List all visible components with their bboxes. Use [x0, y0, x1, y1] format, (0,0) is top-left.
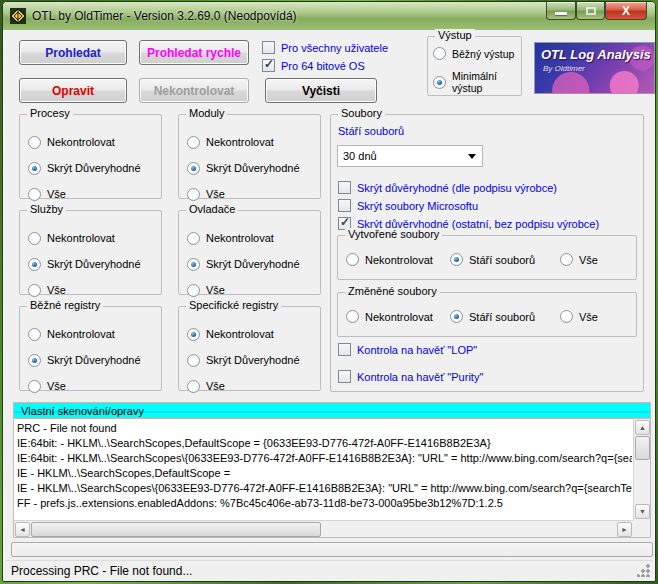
none-button: Nekontrolovat: [139, 78, 249, 103]
sluzby-radio-nekontrolovat[interactable]: [28, 232, 41, 245]
moduly-radio-vse[interactable]: [187, 188, 200, 201]
bezne-registry-option-skryt[interactable]: Skrýt Důveryhodné: [28, 347, 161, 373]
procesy-option-skryt[interactable]: Skrýt Důveryhodné: [28, 155, 161, 181]
close-button[interactable]: X: [605, 2, 647, 20]
specificke-registry-option-nekontrolovat[interactable]: Nekontrolovat: [187, 321, 320, 347]
created-files-radio-stari[interactable]: [450, 253, 463, 266]
group-ovladace-title: Ovladače: [186, 203, 238, 215]
maximize-button[interactable]: [576, 2, 605, 20]
lop-checkbox[interactable]: Kontrola na havěť "LOP": [338, 343, 477, 356]
sluzby-radio-skryt[interactable]: [28, 258, 41, 271]
created-files-option-nekontrolovat[interactable]: Nekontrolovat: [346, 253, 450, 266]
moduly-radio-nekontrolovat[interactable]: [187, 136, 200, 149]
minimize-button[interactable]: [546, 2, 576, 20]
created-files-option-stari[interactable]: Stáří souborů: [450, 253, 560, 266]
bezne-registry-radio-nekontrolovat[interactable]: [28, 328, 41, 341]
group-procesy: Procesy Nekontrolovat Skrýt Důveryhodné …: [19, 114, 162, 199]
group-specificke-registry-title: Specifické registry: [186, 299, 281, 311]
scrollbar-corner: [633, 520, 650, 537]
ovladace-label-vse: Vše: [206, 284, 225, 296]
scroll-down-icon[interactable]: ▼: [635, 504, 650, 519]
file-age-dropdown[interactable]: 30 dnů: [337, 145, 483, 167]
modified-files-option-nekontrolovat[interactable]: Nekontrolovat: [346, 310, 450, 323]
hide-microsoft-files-label: Skrýt soubory Microsoftu: [357, 200, 478, 212]
created-files-option-vse[interactable]: Vše: [560, 253, 598, 266]
ovladace-label-nekontrolovat: Nekontrolovat: [206, 232, 274, 244]
moduly-option-skryt[interactable]: Skrýt Důveryhodné: [187, 155, 320, 181]
sluzby-radio-vse[interactable]: [28, 284, 41, 297]
scroll-right-icon[interactable]: ►: [617, 522, 632, 537]
procesy-radio-vse[interactable]: [28, 188, 41, 201]
bezne-registry-label-nekontrolovat: Nekontrolovat: [47, 328, 115, 340]
lop-checkbox-box[interactable]: [338, 343, 351, 356]
os64-checkbox[interactable]: Pro 64 bitové OS: [262, 59, 365, 72]
created-files-radio-vse[interactable]: [560, 253, 573, 266]
procesy-radio-nekontrolovat[interactable]: [28, 136, 41, 149]
procesy-option-nekontrolovat[interactable]: Nekontrolovat: [28, 129, 161, 155]
clean-button[interactable]: Vyčisti: [265, 78, 377, 103]
hide-microsoft-files-checkbox[interactable]: Skrýt soubory Microsoftu: [338, 199, 478, 212]
created-files-label-stari: Stáří souborů: [469, 254, 535, 266]
output-option-normal-radio[interactable]: [433, 47, 446, 60]
hide-trusted-signed-checkbox[interactable]: Skrýt důvěryhodné (dle podpisu výrobce): [338, 181, 557, 194]
ovladace-label-skryt: Skrýt Důveryhodné: [206, 258, 300, 270]
sluzby-option-nekontrolovat[interactable]: Nekontrolovat: [28, 225, 161, 251]
purity-checkbox[interactable]: Kontrola na havěť "Purity": [338, 370, 483, 383]
ovladace-option-skryt[interactable]: Skrýt Důveryhodné: [187, 251, 320, 277]
scan-button[interactable]: Prohledat: [19, 40, 127, 65]
output-option-minimal-radio[interactable]: [433, 76, 446, 89]
all-users-checkbox[interactable]: Pro všechny uživatele: [262, 41, 388, 54]
custom-scan-textarea[interactable]: PRC - File not found IE:64bit: - HKLM\..…: [14, 418, 650, 537]
ovladace-radio-skryt[interactable]: [187, 258, 200, 271]
scroll-left-icon[interactable]: ◄: [15, 522, 30, 537]
titlebar[interactable]: OTL by OldTimer - Version 3.2.69.0 (Neod…: [3, 2, 655, 30]
modified-files-radio-stari[interactable]: [450, 310, 463, 323]
output-option-minimal[interactable]: Minimální výstup: [428, 60, 521, 94]
os64-checkbox-box[interactable]: [262, 59, 275, 72]
modified-files-option-vse[interactable]: Vše: [560, 310, 598, 323]
group-bezne-registry-title: Běžné registry: [27, 299, 103, 311]
hide-microsoft-files-checkbox-box[interactable]: [338, 199, 351, 212]
specificke-registry-option-vse[interactable]: Vše: [187, 373, 320, 399]
ovladace-radio-vse[interactable]: [187, 284, 200, 297]
vertical-scroll-thumb[interactable]: [635, 436, 650, 460]
resize-grip-icon[interactable]: [637, 564, 650, 577]
specificke-registry-label-vse: Vše: [206, 380, 225, 392]
moduly-option-nekontrolovat[interactable]: Nekontrolovat: [187, 129, 320, 155]
specificke-registry-radio-nekontrolovat[interactable]: [187, 328, 200, 341]
bezne-registry-option-vse[interactable]: Vše: [28, 373, 161, 399]
fix-button[interactable]: Opravit: [19, 78, 127, 103]
sluzby-option-skryt[interactable]: Skrýt Důveryhodné: [28, 251, 161, 277]
modified-files-label-nekontrolovat: Nekontrolovat: [365, 311, 433, 323]
created-files-radio-nekontrolovat[interactable]: [346, 253, 359, 266]
quick-scan-button[interactable]: Prohledat rychle: [139, 40, 249, 65]
purity-checkbox-label: Kontrola na havěť "Purity": [357, 371, 483, 383]
ovladace-radio-nekontrolovat[interactable]: [187, 232, 200, 245]
vertical-scrollbar[interactable]: ▲ ▼: [633, 419, 650, 520]
group-soubory-title: Soubory: [338, 107, 385, 119]
modified-files-option-stari[interactable]: Stáří souborů: [450, 310, 560, 323]
hide-trusted-signed-checkbox-box[interactable]: [338, 181, 351, 194]
log-text[interactable]: PRC - File not found IE:64bit: - HKLM\..…: [17, 421, 632, 520]
specificke-registry-option-skryt[interactable]: Skrýt Důveryhodné: [187, 347, 320, 373]
moduly-radio-skryt[interactable]: [187, 162, 200, 175]
bezne-registry-radio-vse[interactable]: [28, 380, 41, 393]
specificke-registry-radio-skryt[interactable]: [187, 354, 200, 367]
custom-scan-title: Vlastní skenování/opravy: [21, 405, 144, 417]
ovladace-option-nekontrolovat[interactable]: Nekontrolovat: [187, 225, 320, 251]
custom-scan-header: Vlastní skenování/opravy: [14, 403, 650, 418]
moduly-label-skryt: Skrýt Důveryhodné: [206, 162, 300, 174]
horizontal-scroll-thumb[interactable]: [31, 522, 321, 537]
modified-files-radio-vse[interactable]: [560, 310, 573, 323]
modified-files-radio-nekontrolovat[interactable]: [346, 310, 359, 323]
purity-checkbox-box[interactable]: [338, 370, 351, 383]
chevron-down-icon: [468, 154, 476, 159]
procesy-radio-skryt[interactable]: [28, 162, 41, 175]
specificke-registry-radio-vse[interactable]: [187, 380, 200, 393]
horizontal-scrollbar[interactable]: ◄ ►: [14, 520, 633, 537]
bezne-registry-radio-skryt[interactable]: [28, 354, 41, 367]
scroll-up-icon[interactable]: ▲: [635, 420, 650, 435]
all-users-checkbox-box[interactable]: [262, 41, 275, 54]
bezne-registry-option-nekontrolovat[interactable]: Nekontrolovat: [28, 321, 161, 347]
hide-trusted-signed-label: Skrýt důvěryhodné (dle podpisu výrobce): [357, 182, 557, 194]
